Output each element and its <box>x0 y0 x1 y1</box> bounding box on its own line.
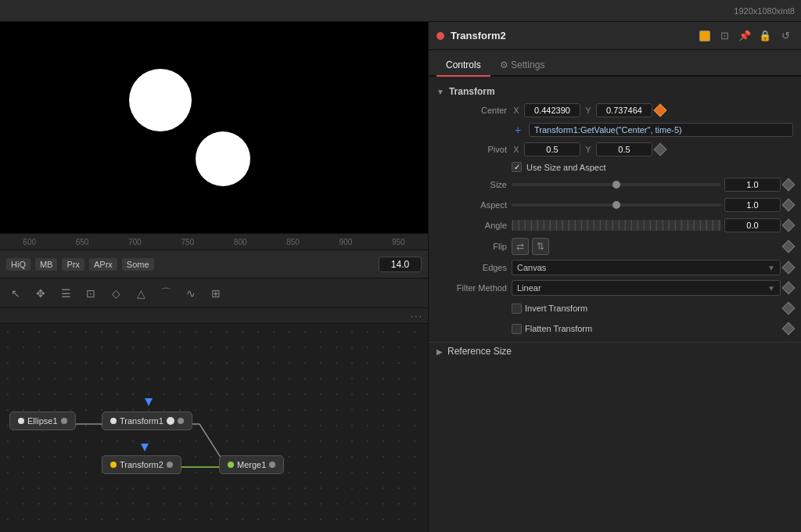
edges-keyframe-btn[interactable] <box>782 261 796 275</box>
playback-bar: HiQ MB Prx APrx Some <box>0 250 428 279</box>
draw-tool[interactable]: ◇ <box>105 282 127 304</box>
aspect-input[interactable] <box>724 198 781 212</box>
expression-input[interactable] <box>529 123 793 137</box>
aspect-keyframe-btn[interactable] <box>782 199 796 212</box>
aprx-button[interactable]: APrx <box>89 258 117 271</box>
param-edges: Edges Canvas ▼ <box>429 257 801 278</box>
pivot-keyframe-btn[interactable] <box>654 143 667 156</box>
flip-v-btn[interactable]: ⇅ <box>532 238 549 255</box>
angle-input[interactable] <box>724 218 781 232</box>
filter-method-dropdown[interactable]: Linear ▼ <box>512 280 781 296</box>
image-tool[interactable]: ⊞ <box>205 282 227 304</box>
pivot-x-input[interactable] <box>524 142 580 156</box>
invert-transform-keyframe-btn[interactable] <box>782 302 796 315</box>
node-merge1[interactable]: Merge1 <box>219 455 284 474</box>
controls-content: ▼ Transform Center X Y + <box>429 77 801 532</box>
frame-input[interactable] <box>379 257 422 272</box>
invert-transform-controls: Invert Transform <box>512 304 793 314</box>
transform1-label: Transform1 <box>120 416 163 426</box>
angle-slider[interactable] <box>512 219 721 232</box>
lock-icon[interactable]: 🔒 <box>757 30 773 41</box>
mb-button[interactable]: MB <box>35 258 58 271</box>
size-thumb <box>612 181 620 189</box>
param-invert-transform: Invert Transform <box>429 298 801 318</box>
curve-tool[interactable]: ∿ <box>180 282 202 304</box>
merge1-dot-out <box>269 462 275 468</box>
center-keyframe-btn[interactable] <box>654 104 667 117</box>
pivot-y-input[interactable] <box>596 142 652 156</box>
pointer-tool[interactable]: ↖ <box>5 282 27 304</box>
ruler-marks: 600 650 700 750 800 850 900 950 <box>3 238 425 246</box>
panel-title: Transform2 <box>451 30 506 41</box>
node-transform1[interactable]: Transform1 <box>102 412 192 430</box>
param-pivot: Pivot X Y <box>429 139 801 160</box>
pivot-label: Pivot <box>436 145 507 154</box>
select-tool[interactable]: ⊡ <box>80 282 102 304</box>
ruler-mark-750: 750 <box>161 238 214 246</box>
reset-icon[interactable]: ↺ <box>778 30 793 41</box>
filter-method-label: Filter Method <box>436 283 507 293</box>
center-label: Center <box>436 106 507 115</box>
ruler-mark-650: 650 <box>56 238 108 246</box>
section-transform[interactable]: ▼ Transform <box>429 83 801 100</box>
path-tool[interactable]: ⌒ <box>155 282 177 304</box>
pan-tool[interactable]: ☰ <box>55 282 77 304</box>
size-input[interactable] <box>724 178 781 192</box>
transform1-dot-out <box>178 418 184 424</box>
param-center: Center X Y <box>429 100 801 120</box>
hiq-button[interactable]: HiQ <box>6 258 31 271</box>
aspect-controls <box>512 198 793 212</box>
tab-controls[interactable]: Controls <box>436 55 490 77</box>
move-tool[interactable]: ✥ <box>30 282 52 304</box>
flip-keyframe-btn[interactable] <box>782 240 796 253</box>
filter-method-value: Linear <box>517 283 541 293</box>
angle-keyframe-btn[interactable] <box>782 219 796 232</box>
node-ellipse1[interactable]: Ellipse1 <box>9 412 76 430</box>
center-y-input[interactable] <box>596 103 652 117</box>
tabs-bar: Controls ⚙ Settings <box>429 50 801 77</box>
transform2-dot-out <box>167 462 173 468</box>
ruler-mark-700: 700 <box>109 238 161 246</box>
pivot-y-label: Y <box>584 145 593 154</box>
tab-settings[interactable]: ⚙ Settings <box>490 55 555 77</box>
edges-label: Edges <box>436 263 507 272</box>
size-slider[interactable] <box>512 178 721 191</box>
flatten-transform-checkbox[interactable] <box>512 324 522 334</box>
shape-tool[interactable]: △ <box>130 282 152 304</box>
three-dots-menu[interactable]: ··· <box>411 311 423 322</box>
param-size: Size <box>429 174 801 195</box>
edges-dropdown[interactable]: Canvas ▼ <box>512 260 781 275</box>
size-keyframe-btn[interactable] <box>782 178 796 192</box>
aspect-slider[interactable] <box>512 199 721 211</box>
section-chevron: ▼ <box>436 88 444 96</box>
copy-icon[interactable]: ⊡ <box>717 30 732 41</box>
expr-add-btn[interactable]: + <box>512 124 524 136</box>
color-swatch[interactable] <box>699 31 710 41</box>
ruler-mark-950: 950 <box>372 238 425 246</box>
top-bar: 1920x1080xint8 <box>0 0 801 22</box>
invert-transform-label: Invert Transform <box>525 304 587 313</box>
main-layout: 600 650 700 750 800 850 900 950 HiQ MB P… <box>0 22 801 532</box>
prx-button[interactable]: Prx <box>62 258 84 271</box>
pin-icon[interactable]: 📌 <box>737 30 753 41</box>
transform2-label: Transform2 <box>120 460 163 469</box>
node-transform2[interactable]: Transform2 <box>102 455 181 474</box>
invert-transform-checkbox[interactable] <box>512 304 522 314</box>
angle-label: Angle <box>436 221 507 230</box>
angle-track <box>512 220 721 231</box>
reference-size-section[interactable]: ▶ Reference Size <box>429 342 801 360</box>
filter-method-arrow: ▼ <box>767 284 775 293</box>
some-button[interactable]: Some <box>122 258 154 271</box>
use-size-aspect-label: Use Size and Aspect <box>526 163 606 172</box>
flip-h-btn[interactable]: ⇄ <box>512 238 529 255</box>
flatten-transform-keyframe-btn[interactable] <box>782 322 796 336</box>
use-size-aspect-checkbox[interactable] <box>512 162 522 172</box>
ruler-mark-850: 850 <box>267 238 319 246</box>
center-controls: X Y <box>512 103 793 117</box>
center-x-input[interactable] <box>524 103 580 117</box>
center-y-label: Y <box>584 106 593 115</box>
expression-row: + <box>429 120 801 139</box>
panel-header: Transform2 ⊡ 📌 🔒 ↺ <box>429 22 801 50</box>
filter-method-keyframe-btn[interactable] <box>782 282 796 295</box>
param-flip: Flip ⇄ ⇅ <box>429 235 801 257</box>
